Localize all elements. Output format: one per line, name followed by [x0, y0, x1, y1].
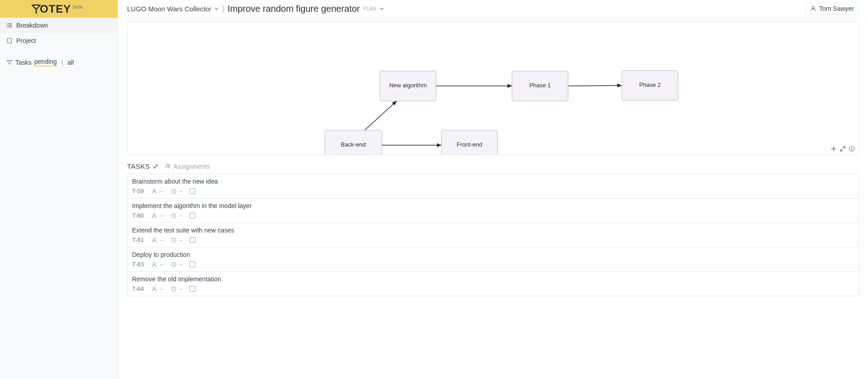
diagram-node-label: Back-end: [341, 141, 366, 148]
sidebar-item-label: Breakdown: [16, 22, 48, 29]
diagram-node-frontend[interactable]: Front-end: [441, 130, 498, 155]
filter-pending[interactable]: pending: [34, 58, 57, 66]
tasks-filter-label: Tasks: [15, 59, 32, 66]
breadcrumb-plan[interactable]: Improve random figure generator: [228, 4, 360, 14]
task-checkbox[interactable]: [190, 286, 195, 292]
task-checkbox[interactable]: [190, 188, 195, 194]
breadcrumb-separator: ⟩: [222, 5, 225, 13]
task-id: T-64: [132, 285, 144, 292]
task-id: T-60: [132, 212, 144, 219]
task-title: Implement the algorithm in the model lay…: [132, 202, 854, 209]
task-meta: T-61 · – · – ·: [132, 237, 854, 243]
diagram-node-label: New algorithm: [389, 82, 427, 89]
sidebar-item-label: Project: [16, 37, 36, 44]
task-estimate[interactable]: –: [180, 237, 183, 243]
task-row[interactable]: Extend the test suite with new cases T-6…: [128, 223, 859, 247]
filter-icon: [6, 59, 13, 66]
diagram-toolbar: [830, 146, 855, 152]
task-assignee[interactable]: –: [160, 261, 163, 268]
tasks-section-header: TASKS Assignments: [118, 155, 868, 174]
task-list: Brainstorm about the new idea T-59 · – ·…: [127, 174, 859, 296]
assignments-link[interactable]: Assignments: [165, 163, 210, 170]
task-title: Brainstorm about the new idea: [132, 178, 854, 185]
header: LUGO Moon Wars Collector ⟩ Improve rando…: [118, 0, 868, 18]
task-checkbox[interactable]: [190, 237, 195, 243]
clock-icon: [171, 286, 177, 292]
clock-icon: [171, 213, 177, 219]
user-icon: [151, 286, 157, 292]
logo-icon: [31, 3, 42, 14]
sidebar: OTEY beta Breakdown Project Tasks pendin…: [0, 0, 118, 379]
svg-point-18: [153, 286, 155, 289]
user-icon: [151, 237, 157, 243]
task-estimate[interactable]: –: [180, 188, 183, 194]
plus-icon[interactable]: [830, 146, 837, 152]
list-icon: [6, 22, 13, 28]
task-estimate[interactable]: –: [180, 261, 183, 268]
diagram-node-phase1[interactable]: Phase 1: [512, 71, 568, 101]
svg-point-8: [166, 164, 168, 166]
task-row[interactable]: Deploy to production T-63 · – · – ·: [128, 247, 859, 272]
logo-bar[interactable]: OTEY beta: [0, 0, 118, 18]
task-meta: T-63 · – · – ·: [132, 261, 854, 268]
diagram-node-newalgo[interactable]: New algorithm: [380, 71, 436, 101]
diagram-node-label: Front-end: [457, 141, 482, 148]
task-id: T-63: [132, 261, 144, 268]
clock-icon: [171, 261, 177, 268]
svg-point-12: [153, 213, 155, 215]
task-assignee[interactable]: –: [160, 212, 163, 219]
task-assignee[interactable]: –: [160, 188, 163, 194]
svg-rect-0: [8, 38, 12, 43]
expand-icon[interactable]: [840, 146, 846, 152]
task-meta: T-64 · – · – ·: [132, 285, 854, 292]
task-checkbox[interactable]: [190, 213, 195, 218]
task-estimate[interactable]: –: [180, 285, 183, 292]
chevron-down-icon[interactable]: [214, 6, 219, 11]
user-icon: [151, 213, 157, 219]
diagram-panel[interactable]: Back-endNew algorithmFront-endPhase 1Pha…: [127, 21, 859, 155]
task-title: Remove the old implementation: [132, 275, 854, 283]
filter-separator: |: [62, 59, 63, 66]
task-estimate[interactable]: –: [180, 212, 183, 219]
logo-text: OTEY: [40, 3, 71, 15]
task-title: Extend the test suite with new cases: [132, 227, 854, 234]
diagram-node-phase2[interactable]: Phase 2: [622, 71, 678, 100]
user-icon: [810, 5, 816, 12]
diagram-svg: Back-endNew algorithmFront-endPhase 1Pha…: [128, 22, 859, 155]
clock-icon: [171, 188, 177, 194]
main-content: LUGO Moon Wars Collector ⟩ Improve rando…: [118, 0, 868, 379]
svg-point-14: [153, 237, 155, 240]
user-icon: [151, 188, 157, 194]
user-name: Tom Sawyer: [819, 5, 854, 12]
sidebar-item-project[interactable]: Project: [0, 33, 118, 48]
chevron-down-icon[interactable]: [379, 6, 384, 11]
diagram-edge: [365, 101, 397, 130]
task-id: T-61: [132, 237, 144, 243]
svg-point-1: [812, 6, 814, 9]
diagram-node-label: Phase 2: [639, 81, 661, 88]
task-id: T-59: [132, 188, 144, 194]
svg-point-9: [168, 165, 170, 166]
sidebar-item-breakdown[interactable]: Breakdown: [0, 18, 118, 33]
book-icon: [6, 38, 13, 44]
assignments-label: Assignments: [174, 163, 210, 170]
task-row[interactable]: Remove the old implementation T-64 · – ·…: [128, 272, 859, 296]
filter-all[interactable]: all: [67, 59, 74, 66]
breadcrumb-project[interactable]: LUGO Moon Wars Collector: [127, 5, 211, 13]
task-title: Deploy to production: [132, 251, 854, 258]
info-icon[interactable]: [849, 146, 855, 152]
task-assignee[interactable]: –: [160, 285, 163, 292]
task-checkbox[interactable]: [190, 261, 195, 267]
task-row[interactable]: Implement the algorithm in the model lay…: [128, 199, 859, 223]
task-row[interactable]: Brainstorm about the new idea T-59 · – ·…: [128, 174, 859, 199]
diagram-node-backend[interactable]: Back-end: [325, 130, 382, 155]
users-icon: [165, 163, 171, 170]
user-menu[interactable]: Tom Sawyer: [805, 3, 859, 14]
collapse-icon[interactable]: [153, 164, 158, 169]
svg-point-10: [153, 189, 155, 191]
tasks-title: TASKS: [127, 162, 150, 170]
task-assignee[interactable]: –: [160, 237, 163, 243]
svg-point-16: [153, 262, 155, 264]
user-icon: [151, 261, 157, 268]
diagram-node-label: Phase 1: [529, 82, 551, 89]
